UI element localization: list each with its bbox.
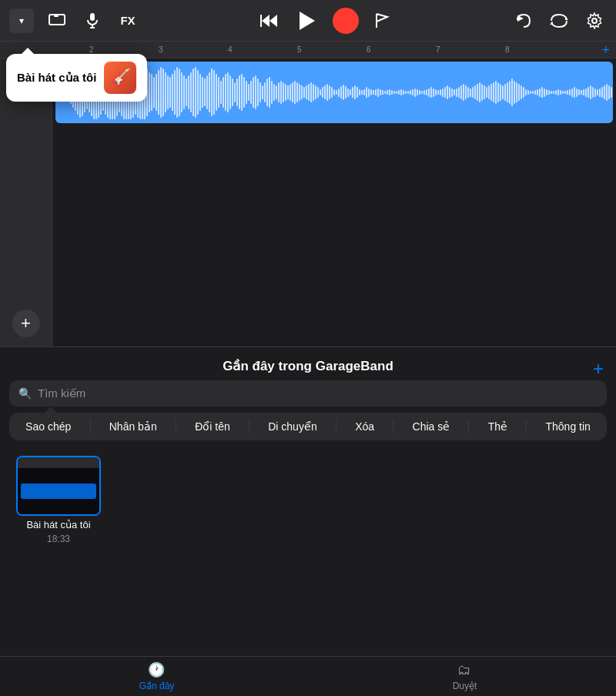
action-delete[interactable]: Xóa — [350, 419, 379, 434]
file-thumb-body — [18, 468, 99, 514]
file-grid: Bài hát của tôi 18:33 — [0, 450, 616, 656]
action-info[interactable]: Thông tin — [541, 419, 595, 434]
play-button[interactable] — [293, 6, 322, 35]
bottom-nav: 🕐 Gần đây 🗂 Duyệt — [0, 656, 616, 696]
settings-button[interactable] — [582, 8, 607, 33]
song-icon-container: 🎸 — [104, 62, 136, 94]
browse-icon: 🗂 — [457, 662, 471, 678]
file-thumbnail — [16, 456, 101, 516]
ruler-mark-3: 3 — [159, 45, 163, 54]
song-icon: 🎸 — [104, 62, 136, 94]
svg-marker-12 — [550, 22, 553, 25]
browser-section: Gần đây trong GarageBand + 🔍 Tìm kiếm Sa… — [0, 346, 616, 696]
add-track-ruler-button[interactable]: + — [601, 42, 610, 58]
divider-7 — [526, 420, 527, 433]
track-sidebar: + — [0, 59, 52, 346]
divider-1 — [90, 420, 91, 433]
svg-marker-7 — [270, 15, 277, 27]
svg-rect-1 — [54, 15, 59, 17]
flag-icon[interactable] — [370, 8, 394, 33]
dropdown-button[interactable]: ▾ — [9, 8, 34, 33]
add-track-button[interactable]: + — [12, 310, 40, 337]
ruler-mark-8: 8 — [505, 45, 510, 54]
song-tooltip[interactable]: Bài hát của tôi 🎸 — [6, 54, 147, 102]
file-thumb-wave — [21, 484, 96, 499]
svg-marker-9 — [300, 12, 315, 30]
file-time: 18:33 — [47, 534, 70, 544]
screen-icon[interactable] — [45, 8, 69, 33]
file-thumb-header — [18, 457, 99, 468]
divider-5 — [393, 420, 393, 433]
record-button[interactable] — [333, 8, 359, 34]
recent-icon: 🕐 — [148, 661, 165, 678]
divider-4 — [336, 420, 336, 433]
fx-button[interactable]: FX — [116, 8, 140, 33]
action-duplicate[interactable]: Nhân bản — [105, 419, 162, 434]
browse-label: Duyệt — [453, 681, 477, 691]
undo-button[interactable] — [511, 8, 536, 33]
action-copy[interactable]: Sao chép — [21, 419, 75, 434]
list-item[interactable]: Bài hát của tôi 18:33 — [12, 456, 105, 544]
svg-rect-8 — [260, 15, 262, 27]
svg-point-13 — [592, 18, 597, 23]
divider-2 — [176, 420, 176, 433]
editor-section: ▾ FX — [0, 0, 616, 346]
action-share[interactable]: Chia sẻ — [408, 419, 455, 434]
browser-add-button[interactable]: + — [593, 358, 604, 380]
file-thumb-inner — [18, 457, 99, 514]
ruler-mark-5: 5 — [297, 45, 302, 54]
action-bar: Sao chép Nhân bản Đổi tên Di chuyển Xóa … — [9, 413, 607, 440]
rewind-button[interactable] — [257, 8, 282, 33]
nav-browse[interactable]: 🗂 Duyệt — [453, 662, 477, 691]
file-name: Bài hát của tôi — [26, 519, 90, 530]
search-icon: 🔍 — [18, 387, 32, 400]
ruler-mark-2: 2 — [89, 45, 94, 54]
action-rename[interactable]: Đổi tên — [190, 419, 235, 434]
toolbar: ▾ FX — [0, 0, 616, 42]
recent-label: Gần đây — [139, 681, 175, 691]
track-area: + — [0, 59, 616, 346]
svg-rect-3 — [90, 13, 95, 21]
ruler-mark-7: 7 — [436, 45, 440, 54]
svg-marker-10 — [517, 15, 524, 22]
search-bar[interactable]: 🔍 Tìm kiếm — [9, 380, 607, 407]
svg-marker-6 — [262, 15, 270, 27]
ruler-mark-6: 6 — [367, 45, 371, 54]
action-move[interactable]: Di chuyển — [263, 419, 321, 434]
divider-6 — [468, 420, 469, 433]
loop-button[interactable] — [547, 8, 571, 33]
divider-3 — [249, 420, 249, 433]
action-tag[interactable]: Thẻ — [484, 419, 512, 434]
nav-recent[interactable]: 🕐 Gần đây — [139, 661, 175, 691]
track-content — [52, 59, 616, 346]
search-placeholder: Tìm kiếm — [38, 386, 85, 400]
transport-controls — [257, 6, 394, 35]
browser-title: Gần đây trong GarageBand — [223, 358, 393, 374]
browser-header: Gần đây trong GarageBand + — [0, 347, 616, 380]
tooltip-song-title: Bài hát của tôi — [17, 71, 96, 85]
mic-icon[interactable] — [80, 8, 105, 33]
ruler-mark-4: 4 — [228, 45, 233, 54]
